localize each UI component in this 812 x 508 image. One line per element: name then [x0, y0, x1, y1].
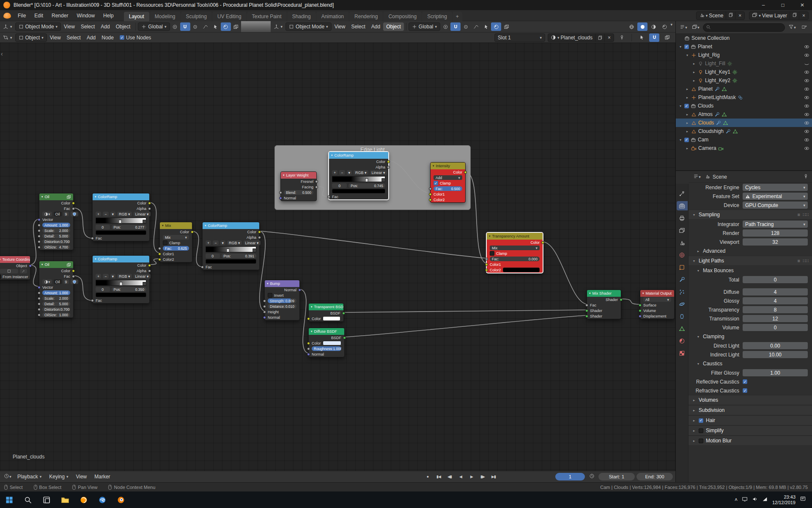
value-slider[interactable]: Amount:1.000: [42, 223, 70, 227]
collection-checkbox[interactable]: ✓: [684, 138, 689, 142]
outliner-item-clouds[interactable]: ▸Clouds: [676, 119, 812, 127]
node-header-transparent[interactable]: ▾Transparent BSDF: [309, 304, 343, 310]
eye-icon[interactable]: [804, 103, 809, 109]
overlays-icon[interactable]: [231, 22, 241, 31]
panel-header-subdivision[interactable]: ▸Subdivision: [689, 405, 812, 415]
datablock-name[interactable]: Oil: [54, 212, 62, 216]
menu-window[interactable]: Window: [72, 10, 99, 21]
color-ramp-gradient[interactable]: [206, 246, 256, 252]
pin-icon[interactable]: [803, 174, 809, 180]
shading-rendered-button[interactable]: [659, 22, 669, 31]
speaker-icon[interactable]: [752, 496, 758, 504]
socket-col[interactable]: [429, 198, 432, 201]
eye-icon[interactable]: [804, 95, 809, 100]
socket-val[interactable]: [485, 257, 488, 260]
add-stop-button[interactable]: +: [96, 212, 101, 216]
eye-closed-icon[interactable]: [804, 61, 809, 66]
menu-object[interactable]: Object: [113, 22, 134, 31]
property-value-field[interactable]: 1.00: [743, 369, 808, 376]
snap-magnet-icon[interactable]: [450, 22, 461, 31]
datablock-user-count[interactable]: 9: [63, 279, 69, 284]
datablock-browse[interactable]: ▾: [42, 279, 52, 284]
property-value-field[interactable]: 0: [743, 276, 808, 283]
network-icon[interactable]: [762, 496, 768, 504]
expand-open-icon[interactable]: ▾: [685, 53, 689, 57]
expand-closed-icon[interactable]: ▸: [692, 79, 696, 83]
value-slider[interactable]: Fac:0.500: [433, 186, 462, 191]
color-mode-dropdown[interactable]: RGB ▾: [227, 240, 242, 245]
ramp-options-dropdown[interactable]: ▾: [220, 240, 226, 245]
expand-closed-icon[interactable]: ▸: [685, 113, 689, 116]
socket-vec[interactable]: [38, 286, 41, 289]
stop-index-field[interactable]: 0: [96, 287, 110, 292]
node-header-oil1[interactable]: ▾Oil: [39, 193, 73, 200]
stop-index-field[interactable]: 0: [206, 254, 220, 258]
notification-icon[interactable]: [800, 496, 806, 504]
eye-icon[interactable]: [804, 120, 809, 126]
transform-orientation-dropdown2[interactable]: Global▾: [409, 22, 440, 31]
property-value-field[interactable]: 0.00: [743, 342, 808, 349]
node-transparent[interactable]: ▾Transparent BSDFBSDFColor: [308, 303, 344, 322]
node-menu-view[interactable]: View: [47, 33, 64, 42]
socket-col[interactable]: [307, 342, 310, 345]
timeline-editor-type-icon[interactable]: ▾: [3, 472, 13, 481]
socket-col[interactable]: [158, 252, 161, 255]
tab-layout[interactable]: Layout: [124, 12, 149, 21]
node-menu-add[interactable]: Add: [84, 33, 99, 42]
socket-shd[interactable]: [639, 309, 642, 312]
color-mode-dropdown[interactable]: RGB ▾: [117, 274, 132, 279]
outliner-item-planetlightmask[interactable]: ▸PlanetLightMask: [676, 93, 812, 102]
expand-closed-icon[interactable]: ▸: [685, 130, 689, 133]
tab-compositing[interactable]: Compositing: [383, 12, 422, 21]
socket-val[interactable]: [38, 302, 41, 305]
properties-tab-scene[interactable]: [677, 238, 688, 247]
playback-menu[interactable]: Playback▾: [14, 472, 44, 481]
eye-icon[interactable]: [804, 78, 809, 83]
subpanel-header-caustics[interactable]: ▾Caustics: [689, 359, 812, 368]
menu-view2[interactable]: View: [332, 22, 348, 31]
node-header-ramp1[interactable]: ▾ColorRamp: [93, 193, 149, 200]
delete-view-layer-button[interactable]: ×: [799, 12, 808, 19]
node-ramp2[interactable]: ▾ColorRampColorAlpha+−▾RGB ▾Linear ▾0Pos…: [92, 255, 150, 304]
socket-val[interactable]: [38, 246, 41, 248]
socket-vec[interactable]: [298, 288, 301, 291]
fake-user-shield-button[interactable]: [71, 212, 78, 216]
tab-modeling[interactable]: Modeling: [150, 12, 181, 21]
node-header-texcoord[interactable]: ▾Texture Coordinate: [0, 256, 30, 263]
eyedropper-button[interactable]: [20, 269, 27, 273]
properties-tab-view-layer[interactable]: [677, 226, 688, 235]
node-transamount[interactable]: ▾Transparency AmountColorMix▾ClampFac:0.…: [486, 232, 543, 273]
node-header-diffuse[interactable]: ▾Diffuse BSDF: [309, 328, 344, 335]
add-stop-button[interactable]: +: [332, 170, 337, 175]
node-mixshader[interactable]: ▾Mix ShaderShaderFacShaderShader: [587, 290, 621, 319]
outliner-item-clouds[interactable]: ▾✓Clouds: [676, 102, 812, 110]
tab-animation[interactable]: Animation: [316, 12, 349, 21]
interpolation-dropdown[interactable]: Linear ▾: [244, 240, 261, 245]
node-header-mix1[interactable]: ▾Mix: [160, 222, 192, 229]
stop-position-field[interactable]: Pos:0.391: [222, 254, 256, 258]
proportional-edit-icon[interactable]: [461, 22, 471, 31]
tab-texture-paint[interactable]: Texture Paint: [247, 12, 287, 21]
color-ramp-gradient[interactable]: [96, 218, 146, 224]
node-ramp1[interactable]: ▾ColorRampColorAlpha+−▾RGB ▾Linear ▾0Pos…: [92, 193, 150, 241]
timeline-view-menu[interactable]: View: [73, 472, 90, 481]
outliner-filter-icon[interactable]: ▾: [787, 23, 797, 32]
socket-val[interactable]: [38, 235, 41, 237]
taskbar-task-view-icon[interactable]: [37, 491, 56, 508]
expand-open-icon[interactable]: ▾: [678, 138, 683, 142]
property-value-field[interactable]: 4: [743, 297, 808, 304]
collapse-caret-icon[interactable]: ▾: [311, 305, 313, 309]
socket-col[interactable]: [485, 268, 488, 271]
socket-val[interactable]: [38, 229, 41, 232]
socket-col[interactable]: [464, 171, 467, 174]
ramp-handle[interactable]: [226, 248, 229, 252]
socket-shd[interactable]: [639, 304, 642, 306]
socket-shd[interactable]: [585, 309, 588, 312]
socket-col[interactable]: [485, 263, 488, 266]
eye-icon[interactable]: [804, 129, 809, 134]
node-menu-node[interactable]: Node: [99, 33, 117, 42]
taskbar-start-icon[interactable]: [0, 491, 19, 508]
datablock-user-count[interactable]: 9: [63, 212, 69, 216]
socket-val[interactable]: [91, 237, 94, 240]
transform-pivot-icon[interactable]: [170, 22, 180, 31]
